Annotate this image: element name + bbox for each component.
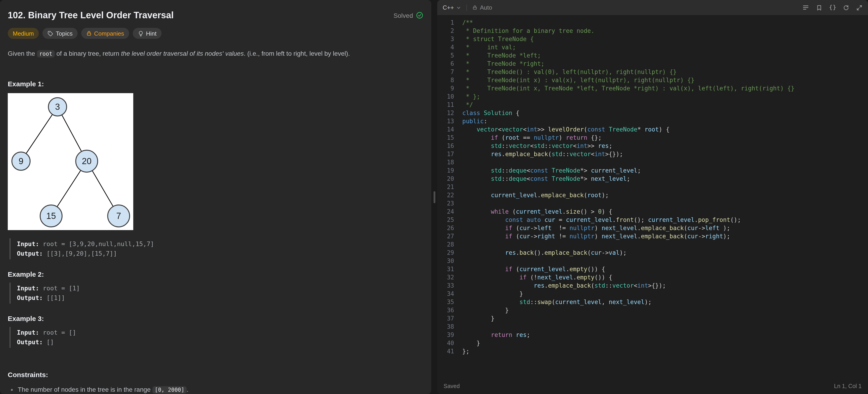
code-line[interactable]: 6 * TreeNode *right; — [437, 60, 868, 68]
editor-toolbar: C++ Auto — [437, 0, 868, 15]
code-line[interactable]: 20 std::deque<const TreeNode*> next_leve… — [437, 175, 868, 183]
code-line[interactable]: 41}; — [437, 347, 868, 356]
code-line[interactable]: 21 — [437, 183, 868, 191]
panel-divider[interactable] — [431, 0, 437, 394]
code-line[interactable]: 10 * }; — [437, 93, 868, 101]
line-number: 18 — [437, 158, 454, 166]
example-3-heading: Example 3: — [8, 314, 423, 322]
code-line[interactable]: 40 } — [437, 339, 868, 347]
tree-svg: 3920157 — [8, 93, 133, 230]
format-icon — [802, 4, 809, 11]
code-line[interactable]: 3 * struct TreeNode { — [437, 35, 868, 43]
svg-text:15: 15 — [46, 211, 56, 220]
code-line[interactable]: 36 } — [437, 306, 868, 314]
resize-handle-icon[interactable] — [433, 191, 435, 203]
topics-badge[interactable]: Topics — [43, 28, 78, 39]
tag-icon — [48, 30, 54, 36]
line-number: 32 — [437, 273, 454, 282]
save-status: Saved — [443, 383, 460, 389]
code-line[interactable]: 39 return res; — [437, 331, 868, 339]
companies-badge[interactable]: Companies — [81, 28, 129, 39]
line-number: 24 — [437, 208, 454, 216]
line-number: 34 — [437, 290, 454, 298]
example-3: Example 3: Input:root = [] Output:[] — [8, 314, 423, 348]
line-number: 38 — [437, 323, 454, 331]
code-line[interactable]: 27 if (cur->right != nullptr) next_level… — [437, 232, 868, 241]
language-selector[interactable]: C++ — [443, 4, 461, 11]
line-number: 17 — [437, 150, 454, 158]
brackets-button[interactable] — [829, 4, 836, 11]
difficulty-badge[interactable]: Medium — [8, 28, 39, 39]
language-label: C++ — [443, 4, 454, 11]
code-line[interactable]: 32 if (!next_level.empty()) { — [437, 273, 868, 282]
example-2-heading: Example 2: — [8, 270, 423, 278]
code-line[interactable]: 33 res.emplace_back(std::vector<int>{}); — [437, 282, 868, 290]
code-line[interactable]: 14 vector<vector<int>> levelOrder(const … — [437, 126, 868, 134]
code-line[interactable]: 18 — [437, 158, 868, 166]
code-line[interactable]: 4 * int val; — [437, 43, 868, 52]
line-number: 31 — [437, 265, 454, 273]
format-button[interactable] — [802, 4, 809, 11]
code-line[interactable]: 37 } — [437, 314, 868, 323]
input-label: Input: — [17, 284, 39, 292]
hint-badge[interactable]: Hint — [133, 28, 161, 39]
code-line[interactable]: 24 while (current_level.size() > 0) { — [437, 208, 868, 216]
code-line[interactable]: 22 current_level.emplace_back(root); — [437, 191, 868, 200]
code-line[interactable]: 7 * TreeNode() : val(0), left(nullptr), … — [437, 68, 868, 76]
constraints-heading: Constraints: — [8, 370, 423, 378]
code-line[interactable]: 5 * TreeNode *left; — [437, 52, 868, 60]
code-line[interactable]: 11 */ — [437, 101, 868, 109]
code-line[interactable]: 15 if (root == nullptr) return {}; — [437, 134, 868, 142]
line-number: 2 — [437, 27, 454, 35]
example-3-input: root = [] — [43, 329, 76, 336]
svg-text:7: 7 — [116, 211, 121, 220]
line-number: 10 — [437, 93, 454, 101]
code-line[interactable]: 38 — [437, 323, 868, 331]
lock-icon — [472, 5, 477, 10]
line-number: 12 — [437, 109, 454, 117]
code-editor[interactable]: 1/**2 * Definition for a binary tree nod… — [437, 15, 868, 378]
code-line[interactable]: 31 if (current_level.empty()) { — [437, 265, 868, 273]
code-line[interactable]: 23 — [437, 200, 868, 208]
code-line[interactable]: 1/** — [437, 19, 868, 27]
line-number: 21 — [437, 183, 454, 191]
example-1: Example 1: 3920157 Input:root = [3,9,20,… — [8, 80, 423, 259]
auto-save-indicator[interactable]: Auto — [472, 4, 492, 11]
bookmark-icon — [816, 4, 823, 11]
code-line[interactable]: 16 std::vector<std::vector<int>> res; — [437, 142, 868, 150]
code-line[interactable]: 19 std::deque<const TreeNode*> current_l… — [437, 166, 868, 175]
fullscreen-button[interactable] — [856, 4, 863, 11]
code-line[interactable]: 12class Solution { — [437, 109, 868, 117]
code-line[interactable]: 2 * Definition for a binary tree node. — [437, 27, 868, 35]
code-line[interactable]: 8 * TreeNode(int x) : val(x), left(nullp… — [437, 76, 868, 85]
line-number: 25 — [437, 216, 454, 224]
code-lines: 1/**2 * Definition for a binary tree nod… — [437, 19, 868, 356]
line-number: 6 — [437, 60, 454, 68]
output-label: Output: — [17, 294, 43, 301]
code-line[interactable]: 17 res.emplace_back(std::vector<int>{}); — [437, 150, 868, 158]
code-line[interactable]: 13public: — [437, 117, 868, 126]
problem-description: Given the root of a binary tree, return … — [8, 49, 423, 59]
code-line[interactable]: 35 std::swap(current_level, next_level); — [437, 298, 868, 306]
bookmark-button[interactable] — [816, 4, 823, 11]
reset-button[interactable] — [843, 4, 849, 11]
code-line[interactable]: 26 if (cur->left != nullptr) next_level.… — [437, 224, 868, 232]
code-line[interactable]: 30 — [437, 257, 868, 265]
example-2-output: [[1]] — [46, 294, 65, 301]
code-line[interactable]: 9 * TreeNode(int x, TreeNode *left, Tree… — [437, 85, 868, 93]
solved-label: Solved — [393, 12, 413, 19]
constraint-item: The number of nodes in the tree is in th… — [18, 385, 423, 394]
code-line[interactable]: 28 — [437, 241, 868, 249]
output-label: Output: — [17, 338, 43, 345]
solved-status[interactable]: Solved — [393, 12, 423, 19]
line-number: 1 — [437, 19, 454, 27]
code-line[interactable]: 34 } — [437, 290, 868, 298]
line-number: 16 — [437, 142, 454, 150]
fullscreen-icon — [856, 4, 863, 11]
code-line[interactable]: 29 res.back().emplace_back(cur->val); — [437, 249, 868, 257]
bulb-icon — [138, 30, 144, 36]
chevron-down-icon — [456, 5, 461, 10]
code-line[interactable]: 25 const auto cur = current_level.front(… — [437, 216, 868, 224]
example-3-output: [] — [46, 338, 54, 345]
line-number: 9 — [437, 85, 454, 93]
